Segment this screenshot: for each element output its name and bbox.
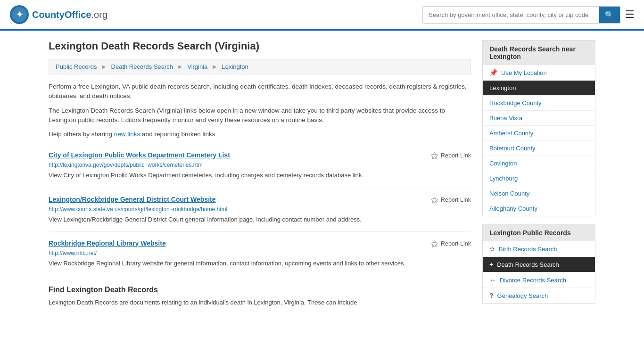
- result-title-1[interactable]: City of Lexington Public Works Departmen…: [49, 151, 230, 159]
- main-content: Lexington Death Records Search (Virginia…: [49, 40, 471, 311]
- page-title: Lexington Death Records Search (Virginia…: [49, 40, 471, 52]
- genealogy-link[interactable]: Genealogy Search: [497, 292, 548, 299]
- sidebar-location-alleghany[interactable]: Alleghany County: [483, 201, 595, 216]
- sidebar-location-nelson[interactable]: Nelson County: [483, 186, 595, 201]
- search-button[interactable]: 🔍: [599, 7, 620, 23]
- sidebar-location-covington[interactable]: Covington: [483, 156, 595, 171]
- location-link-covington[interactable]: Covington: [489, 160, 517, 167]
- result-item: Lexington/Rockbridge General District Co…: [49, 188, 471, 232]
- result-title-3[interactable]: Rockbridge Regional Library Website: [49, 239, 166, 247]
- report-link-1[interactable]: ⚝ Report Link: [431, 151, 471, 160]
- logo-icon: ✦: [9, 5, 29, 25]
- search-bar: 🔍: [422, 6, 620, 24]
- result-desc-2: View Lexington/Rockbridge General Distri…: [49, 215, 471, 224]
- result-url-2[interactable]: http://www.courts.state.va.us/courts/gd/…: [49, 206, 471, 213]
- birth-icon: ✫: [489, 245, 495, 253]
- result-item: City of Lexington Public Works Departmen…: [49, 144, 471, 188]
- description-2: The Lexington Death Records Search (Virg…: [49, 106, 471, 125]
- death-icon: +: [489, 261, 493, 268]
- sidebar-link-divorce[interactable]: ↔ Divorce Records Search: [483, 272, 595, 288]
- sidebar-location-buena-vista[interactable]: Buena Vista: [483, 111, 595, 126]
- menu-button[interactable]: ☰: [625, 8, 635, 21]
- header-controls: 🔍 ☰: [422, 6, 635, 24]
- pin-icon: 📌: [489, 69, 497, 76]
- find-section: Find Lexington Death Records Lexington D…: [49, 286, 471, 307]
- location-link-alleghany[interactable]: Alleghany County: [489, 205, 537, 212]
- location-link-rockbridge[interactable]: Rockbridge County: [489, 99, 542, 107]
- use-location-item[interactable]: 📌 Use My Location: [483, 65, 595, 81]
- svg-text:✦: ✦: [16, 10, 23, 19]
- sidebar: Death Records Search near Lexington 📌 Us…: [482, 40, 595, 311]
- sidebar-location-lynchburg[interactable]: Lynchburg: [483, 171, 595, 186]
- death-records-label: Death Records Search: [497, 261, 559, 268]
- nearby-header: Death Records Search near Lexington: [483, 41, 595, 65]
- result-desc-1: View City of Lexington Public Works Depa…: [49, 171, 471, 180]
- site-header: ✦ CountyOffice.org 🔍 ☰: [0, 0, 644, 31]
- result-url-1[interactable]: http://lexingtonva.gov/gov/depts/public_…: [49, 162, 471, 168]
- location-label-lexington: Lexington: [489, 84, 516, 91]
- logo[interactable]: ✦ CountyOffice.org: [9, 5, 107, 25]
- sidebar-link-genealogy[interactable]: ? Genealogy Search: [483, 288, 595, 303]
- divorce-icon: ↔: [489, 276, 496, 284]
- sidebar-location-botetourt[interactable]: Botetourt County: [483, 141, 595, 156]
- sidebar-link-birth[interactable]: ✫ Birth Records Search: [483, 241, 595, 257]
- description-3: Help others by sharing new links and rep…: [49, 130, 471, 139]
- genealogy-icon: ?: [489, 292, 494, 299]
- breadcrumb-death-records[interactable]: Death Records Search: [111, 63, 173, 70]
- report-link-3[interactable]: ⚝ Report Link: [431, 239, 471, 248]
- location-link-lynchburg[interactable]: Lynchburg: [489, 175, 518, 182]
- sidebar-location-lexington[interactable]: Lexington: [483, 81, 595, 96]
- find-heading: Find Lexington Death Records: [49, 286, 471, 294]
- result-url-3[interactable]: http://www.rrlib.net/: [49, 250, 471, 256]
- search-input[interactable]: [423, 8, 599, 22]
- report-icon-2: ⚝: [431, 196, 438, 204]
- main-container: Lexington Death Records Search (Virginia…: [39, 31, 605, 321]
- breadcrumb: Public Records ► Death Records Search ► …: [49, 59, 471, 74]
- location-link-botetourt[interactable]: Botetourt County: [489, 145, 536, 152]
- location-link-amherst[interactable]: Amherst County: [489, 130, 533, 137]
- sidebar-link-death[interactable]: + Death Records Search: [483, 257, 595, 272]
- report-link-2[interactable]: ⚝ Report Link: [431, 196, 471, 204]
- new-links[interactable]: new links: [114, 131, 140, 138]
- description-1: Perform a free Lexington, VA public deat…: [49, 82, 471, 101]
- find-text: Lexington Death Records are documents re…: [49, 298, 471, 307]
- location-link-nelson[interactable]: Nelson County: [489, 190, 529, 197]
- location-link-buena-vista[interactable]: Buena Vista: [489, 115, 522, 122]
- breadcrumb-lexington[interactable]: Lexington: [222, 63, 248, 70]
- breadcrumb-public-records[interactable]: Public Records: [56, 63, 97, 70]
- use-location-link[interactable]: Use My Location: [501, 69, 547, 76]
- result-desc-3: View Rockbridge Regional Library website…: [49, 259, 471, 268]
- sidebar-location-rockbridge[interactable]: Rockbridge County: [483, 96, 595, 111]
- report-icon-3: ⚝: [431, 239, 438, 248]
- breadcrumb-virginia[interactable]: Virginia: [187, 63, 207, 70]
- report-icon-1: ⚝: [431, 151, 438, 160]
- result-item: Rockbridge Regional Library Website ⚝ Re…: [49, 232, 471, 276]
- public-records-box: Lexington Public Records ✫ Birth Records…: [482, 224, 595, 304]
- divorce-records-link[interactable]: Divorce Records Search: [500, 277, 566, 284]
- result-title-2[interactable]: Lexington/Rockbridge General District Co…: [49, 196, 215, 203]
- public-records-header: Lexington Public Records: [483, 224, 595, 241]
- sidebar-location-amherst[interactable]: Amherst County: [483, 126, 595, 141]
- logo-text: CountyOffice.org: [32, 9, 107, 20]
- nearby-box: Death Records Search near Lexington 📌 Us…: [482, 40, 595, 216]
- birth-records-link[interactable]: Birth Records Search: [499, 246, 557, 253]
